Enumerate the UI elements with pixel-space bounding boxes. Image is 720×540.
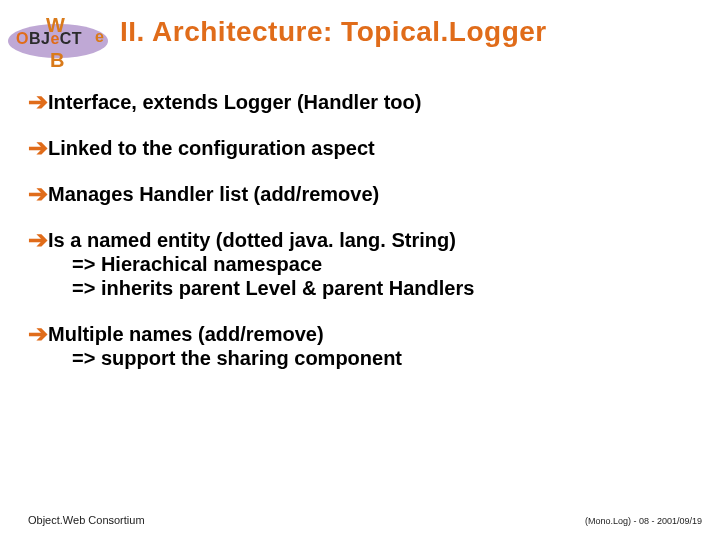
bullet-text: Multiple names (add/remove) <box>48 322 324 346</box>
bullet-text: Linked to the configuration aspect <box>48 136 375 160</box>
arrow-icon: ➔ <box>28 136 48 160</box>
bullet-text: Interface, extends Logger (Handler too) <box>48 90 421 114</box>
footer-right: (Mono.Log) - 08 - 2001/09/19 <box>585 516 702 526</box>
footer-left: Object.Web Consortium <box>28 514 145 526</box>
arrow-icon: ➔ <box>28 182 48 206</box>
bullet-subtext: => inherits parent Level & parent Handle… <box>72 276 700 300</box>
bullet-subtext: => support the sharing component <box>72 346 700 370</box>
bullet-item: ➔ Is a named entity (dotted java. lang. … <box>28 228 700 300</box>
slide-title: II. Architecture: Topical.Logger <box>120 16 547 48</box>
bullet-item: ➔ Interface, extends Logger (Handler too… <box>28 90 700 114</box>
bullet-text: Manages Handler list (add/remove) <box>48 182 379 206</box>
arrow-icon: ➔ <box>28 228 48 252</box>
logo-letter-e: e <box>95 28 104 46</box>
slide: W e B OBJeCT II. Architecture: Topical.L… <box>0 0 720 540</box>
bullet-item: ➔ Linked to the configuration aspect <box>28 136 700 160</box>
bullet-item: ➔ Manages Handler list (add/remove) <box>28 182 700 206</box>
logo-letter-b: B <box>50 49 64 72</box>
arrow-icon: ➔ <box>28 322 48 346</box>
slide-content: ➔ Interface, extends Logger (Handler too… <box>28 90 700 392</box>
bullet-text: Is a named entity (dotted java. lang. St… <box>48 228 456 252</box>
arrow-icon: ➔ <box>28 90 48 114</box>
bullet-subtext: => Hierachical namespace <box>72 252 700 276</box>
logo-word-object: OBJeCT <box>16 30 82 48</box>
logo: W e B OBJeCT <box>8 14 108 68</box>
bullet-item: ➔ Multiple names (add/remove) => support… <box>28 322 700 370</box>
